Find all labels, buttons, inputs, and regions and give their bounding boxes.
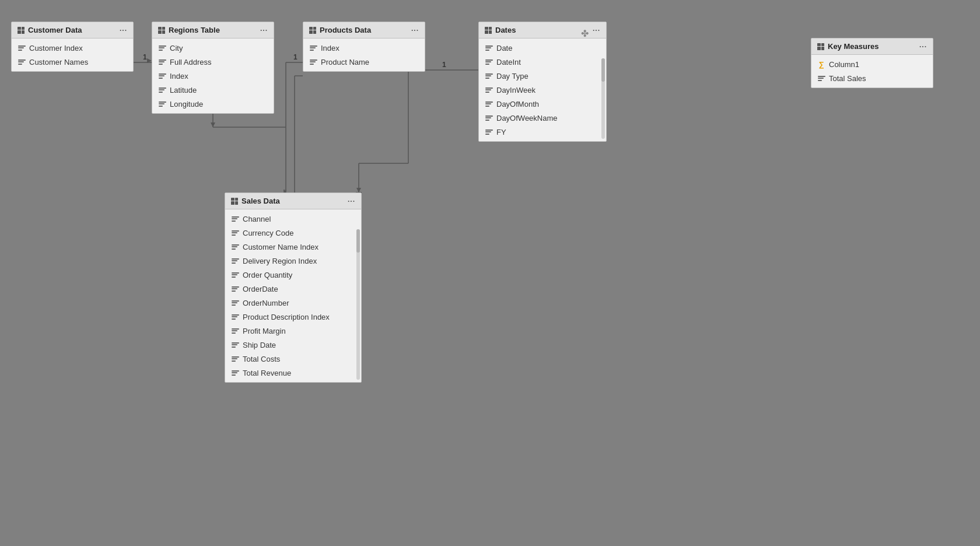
field-icon-col	[231, 341, 239, 349]
more-menu-customer[interactable]: ···	[120, 26, 127, 34]
field-icon-col	[309, 58, 317, 66]
svg-marker-13	[147, 58, 152, 63]
field-label: Day Type	[496, 72, 528, 80]
field-latitude[interactable]: Latitude	[152, 83, 274, 97]
field-total-sales[interactable]: Total Sales	[811, 71, 933, 85]
field-label: Customer Name Index	[243, 243, 318, 251]
field-label: Latitude	[170, 86, 197, 94]
field-label: Profit Margin	[243, 327, 286, 335]
field-label: Product Description Index	[243, 313, 330, 321]
field-label: FY	[496, 128, 506, 136]
move-icon[interactable]: ✤	[581, 28, 589, 39]
svg-text:1: 1	[442, 61, 446, 69]
field-label: City	[170, 44, 183, 52]
field-delivery-region-index[interactable]: Delivery Region Index	[225, 254, 361, 268]
field-dayinweek[interactable]: DayInWeek	[479, 83, 606, 97]
table-title-sales: Sales Data	[242, 197, 280, 205]
table-sales[interactable]: Sales Data ··· Channel Currency Code	[225, 192, 362, 383]
field-ship-date[interactable]: Ship Date	[225, 338, 361, 352]
field-label: Date	[496, 44, 512, 52]
field-order-quantity[interactable]: Order Quantity	[225, 268, 361, 282]
field-label: OrderNumber	[243, 299, 289, 307]
field-label: Product Name	[321, 58, 369, 66]
scrollbar-thumb[interactable]	[601, 58, 605, 82]
field-index[interactable]: Index	[152, 69, 274, 83]
field-label: Full Address	[170, 58, 212, 66]
field-dateint[interactable]: DateInt	[479, 55, 606, 69]
field-label: DayInWeek	[496, 86, 536, 94]
field-customer-names[interactable]: Customer Names	[12, 55, 133, 69]
table-grid-icon	[485, 27, 492, 34]
field-total-revenue[interactable]: Total Revenue	[225, 366, 361, 380]
more-menu-products[interactable]: ···	[411, 26, 419, 34]
field-city[interactable]: City	[152, 41, 274, 55]
field-product-description-index[interactable]: Product Description Index	[225, 310, 361, 324]
table-header-customer: Customer Data ···	[12, 22, 133, 38]
more-menu-sales[interactable]: ···	[348, 197, 355, 205]
more-menu-key-measures[interactable]: ···	[919, 43, 927, 51]
field-customer-name-index[interactable]: Customer Name Index	[225, 240, 361, 254]
field-icon-col	[158, 86, 166, 94]
field-icon-col	[231, 215, 239, 223]
scrollbar-thumb-sales[interactable]	[356, 229, 360, 253]
field-product-name[interactable]: Product Name	[303, 55, 425, 69]
field-profit-margin[interactable]: Profit Margin	[225, 324, 361, 338]
table-products[interactable]: Products Data ··· Index Product Name	[303, 22, 425, 72]
table-regions[interactable]: Regions Table ··· City Full Address	[152, 22, 274, 114]
field-total-costs[interactable]: Total Costs	[225, 352, 361, 366]
scrollbar-track-sales[interactable]	[356, 229, 360, 380]
field-orderdate[interactable]: OrderDate	[225, 282, 361, 296]
field-dayofmonth[interactable]: DayOfMonth	[479, 97, 606, 111]
field-fy[interactable]: FY	[479, 125, 606, 139]
table-customer-data[interactable]: Customer Data ··· Customer Index Custome…	[11, 22, 134, 72]
field-customer-index[interactable]: Customer Index	[12, 41, 133, 55]
field-label: Total Costs	[243, 355, 280, 363]
field-icon-col	[231, 229, 239, 237]
field-date[interactable]: Date	[479, 41, 606, 55]
field-label: OrderDate	[243, 285, 278, 293]
field-icon-col	[485, 86, 493, 94]
field-label: Customer Index	[29, 44, 83, 52]
table-grid-icon	[231, 198, 238, 205]
more-menu-regions[interactable]: ···	[260, 26, 268, 34]
table-title-customer: Customer Data	[28, 26, 82, 34]
field-day-type[interactable]: Day Type	[479, 69, 606, 83]
svg-marker-21	[211, 123, 215, 127]
field-label: Index	[321, 44, 340, 52]
field-icon-col	[485, 44, 493, 52]
field-label: Delivery Region Index	[243, 257, 317, 265]
field-icon-col	[485, 100, 493, 108]
field-channel[interactable]: Channel	[225, 212, 361, 226]
field-icon-col	[485, 128, 493, 136]
table-body-key-measures: ∑ Column1 Total Sales	[811, 55, 933, 88]
field-icon-col	[231, 327, 239, 335]
svg-text:1: 1	[143, 53, 147, 61]
table-header-products: Products Data ···	[303, 22, 425, 38]
table-dates[interactable]: Dates ··· ✤ Date DateInt	[478, 22, 607, 142]
field-label: Ship Date	[243, 341, 276, 349]
field-column1[interactable]: ∑ Column1	[811, 57, 933, 71]
scrollbar-track[interactable]	[601, 58, 605, 139]
table-body-regions: City Full Address Index Latitude	[152, 38, 274, 113]
field-icon-col	[158, 100, 166, 108]
field-icon-col	[158, 44, 166, 52]
field-dayofweekname[interactable]: DayOfWeekName	[479, 111, 606, 125]
field-products-index[interactable]: Index	[303, 41, 425, 55]
svg-text:1: 1	[293, 53, 298, 61]
field-icon-col	[309, 44, 317, 52]
field-full-address[interactable]: Full Address	[152, 55, 274, 69]
field-icon-col	[158, 58, 166, 66]
field-longitude[interactable]: Longitude	[152, 97, 274, 111]
table-body-sales: Channel Currency Code Customer Name Inde…	[225, 209, 361, 382]
field-icon-col	[231, 243, 239, 251]
table-title-dates: Dates	[495, 26, 516, 34]
more-menu-dates[interactable]: ···	[593, 26, 600, 34]
field-icon-col	[485, 72, 493, 80]
field-ordernumber[interactable]: OrderNumber	[225, 296, 361, 310]
table-key-measures[interactable]: Key Measures ··· ∑ Column1 Total Sales	[811, 38, 933, 88]
table-grid-icon	[158, 27, 165, 34]
field-icon-col	[231, 355, 239, 363]
field-currency-code[interactable]: Currency Code	[225, 226, 361, 240]
field-label: Order Quantity	[243, 271, 292, 279]
table-title-products: Products Data	[320, 26, 371, 34]
